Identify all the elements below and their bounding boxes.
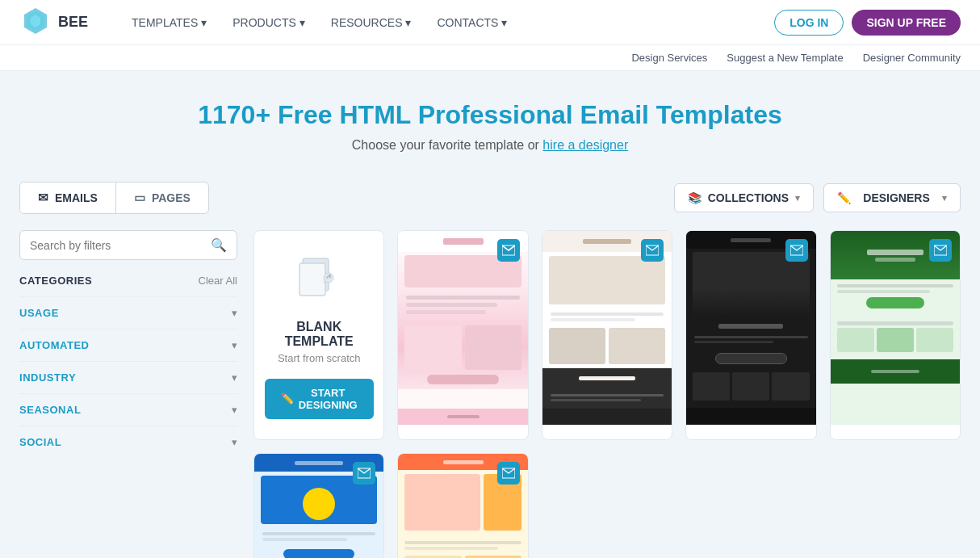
filter-automated[interactable]: AUTOMATED ▾ — [19, 329, 237, 361]
login-button[interactable]: LOG IN — [774, 10, 844, 36]
collections-chevron-icon: ▾ — [795, 193, 800, 203]
email-badge — [497, 239, 520, 262]
template-card-pink[interactable] — [397, 230, 528, 440]
template-card-neutral[interactable] — [542, 230, 672, 440]
seasonal-chevron-icon: ▾ — [232, 404, 237, 416]
nav-products[interactable]: PRODUCTS ▾ — [221, 10, 316, 36]
pencil-icon: ✏️ — [281, 392, 294, 405]
email-badge-4 — [929, 239, 952, 262]
bee-logo-icon — [19, 6, 52, 39]
tab-pages[interactable]: ▭ PAGES — [116, 183, 208, 213]
navbar: BEE TEMPLATES ▾ PRODUCTS ▾ RESOURCES ▾ C… — [0, 0, 980, 45]
filter-social[interactable]: SOCIAL ▾ — [19, 426, 237, 458]
svg-point-5 — [324, 273, 333, 283]
tab-emails[interactable]: ✉ EMAILS — [20, 183, 116, 213]
sidebar: 🔍 CATEGORIES Clear All USAGE ▾ AUTOMATED… — [19, 230, 237, 558]
blank-template-icon — [293, 252, 345, 307]
nav-contacts[interactable]: CONTACTS ▾ — [425, 10, 518, 36]
chevron-down-icon: ▾ — [299, 16, 305, 29]
social-chevron-icon: ▾ — [232, 436, 237, 448]
search-box: 🔍 — [19, 230, 237, 260]
hero-section: 1170+ Free HTML Professional Email Templ… — [0, 71, 980, 169]
nav-resources[interactable]: RESOURCES ▾ — [320, 10, 423, 36]
search-input[interactable] — [30, 239, 211, 252]
blank-template-title: BLANK TEMPLATE — [267, 320, 371, 349]
hero-title: 1170+ Free HTML Professional Email Templ… — [16, 100, 964, 130]
collections-dropdown[interactable]: 📚 COLLECTIONS ▾ — [674, 183, 814, 212]
filter-usage[interactable]: USAGE ▾ — [19, 296, 237, 329]
template-card-blue-yellow[interactable] — [253, 453, 384, 558]
template-card-edu[interactable] — [397, 453, 528, 558]
chevron-down-icon: ▾ — [201, 16, 207, 29]
email-badge-6 — [497, 462, 520, 485]
pages-tab-icon: ▭ — [134, 191, 145, 205]
secondary-nav: Design Services Suggest a New Template D… — [0, 45, 980, 71]
nav-actions: LOG IN SIGN UP FREE — [774, 10, 961, 36]
hero-subtitle: Choose your favorite template or hire a … — [16, 138, 964, 153]
logo-text: BEE — [58, 14, 88, 31]
filter-seasonal[interactable]: SEASONAL ▾ — [19, 393, 237, 426]
hire-designer-link[interactable]: hire a designer — [542, 138, 628, 152]
templates-grid: BLANK TEMPLATE Start from scratch ✏️ STA… — [253, 230, 961, 558]
categories-header: CATEGORIES Clear All — [19, 275, 237, 287]
search-icon[interactable]: 🔍 — [211, 237, 227, 253]
signup-button[interactable]: SIGN UP FREE — [852, 10, 961, 36]
dropdown-group: 📚 COLLECTIONS ▾ ✏️ DESIGNERS ▾ — [674, 183, 961, 212]
main-layout: 🔍 CATEGORIES Clear All USAGE ▾ AUTOMATED… — [0, 214, 980, 558]
start-designing-button[interactable]: ✏️ START DESIGNING — [265, 379, 374, 419]
categories-label: CATEGORIES — [19, 275, 92, 287]
tab-filter-bar: ✉ EMAILS ▭ PAGES 📚 COLLECTIONS ▾ ✏️ DESI… — [0, 169, 980, 214]
nav-templates[interactable]: TEMPLATES ▾ — [120, 10, 218, 36]
industry-chevron-icon: ▾ — [232, 371, 237, 384]
automated-chevron-icon: ▾ — [232, 339, 237, 351]
tab-group: ✉ EMAILS ▭ PAGES — [19, 182, 209, 214]
filter-industry[interactable]: INDUSTRY ▾ — [19, 361, 237, 393]
suggest-template-link[interactable]: Suggest a New Template — [727, 52, 843, 64]
blank-template-card[interactable]: BLANK TEMPLATE Start from scratch ✏️ STA… — [253, 230, 384, 440]
designers-dropdown[interactable]: ✏️ DESIGNERS ▾ — [823, 183, 961, 212]
svg-rect-4 — [299, 263, 325, 296]
email-tab-icon: ✉ — [38, 191, 48, 205]
design-services-link[interactable]: Design Services — [631, 52, 707, 64]
logo[interactable]: BEE — [19, 6, 88, 39]
template-card-dark[interactable] — [685, 230, 816, 440]
email-badge-2 — [641, 239, 664, 262]
designer-community-link[interactable]: Designer Community — [863, 52, 961, 64]
chevron-down-icon: ▾ — [501, 16, 507, 29]
clear-all-link[interactable]: Clear All — [199, 275, 237, 287]
nav-links: TEMPLATES ▾ PRODUCTS ▾ RESOURCES ▾ CONTA… — [120, 10, 774, 36]
template-card-green[interactable] — [830, 230, 961, 440]
designers-chevron-icon: ▾ — [942, 193, 947, 203]
email-badge-5 — [353, 462, 375, 485]
email-badge-3 — [785, 239, 808, 262]
collections-icon: 📚 — [688, 191, 701, 204]
blank-template-subtitle: Start from scratch — [278, 352, 361, 364]
usage-chevron-icon: ▾ — [232, 307, 237, 319]
chevron-down-icon: ▾ — [405, 16, 411, 29]
designers-icon: ✏️ — [837, 191, 851, 204]
